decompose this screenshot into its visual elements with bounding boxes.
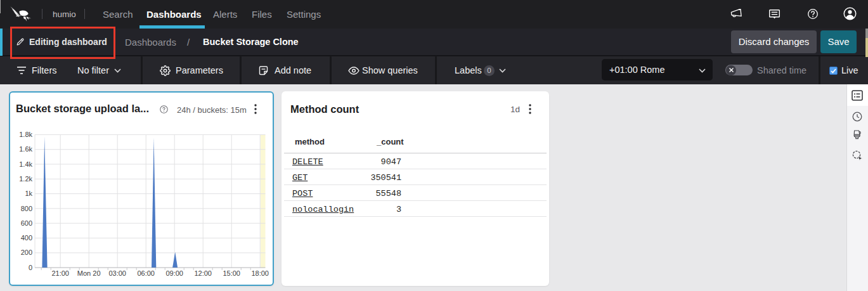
- svg-text:1k: 1k: [25, 190, 32, 197]
- svg-text:Mon 20: Mon 20: [77, 269, 101, 277]
- svg-text:800: 800: [21, 205, 32, 212]
- svg-text:21:00: 21:00: [51, 269, 69, 277]
- svg-text:400: 400: [21, 234, 32, 242]
- svg-text:15:00: 15:00: [223, 269, 240, 277]
- svg-text:1.6k: 1.6k: [19, 145, 32, 153]
- svg-text:12:00: 12:00: [194, 269, 212, 277]
- svg-text:600: 600: [21, 219, 32, 227]
- svg-text:09:00: 09:00: [165, 269, 183, 277]
- svg-text:03:00: 03:00: [108, 269, 126, 277]
- svg-text:1.8k: 1.8k: [19, 131, 32, 138]
- svg-text:200: 200: [21, 249, 32, 256]
- svg-text:06:00: 06:00: [137, 269, 155, 277]
- svg-text:0: 0: [29, 264, 32, 271]
- svg-text:1.2k: 1.2k: [19, 175, 32, 183]
- svg-text:1.4k: 1.4k: [19, 160, 32, 168]
- svg-text:18:00: 18:00: [251, 269, 269, 277]
